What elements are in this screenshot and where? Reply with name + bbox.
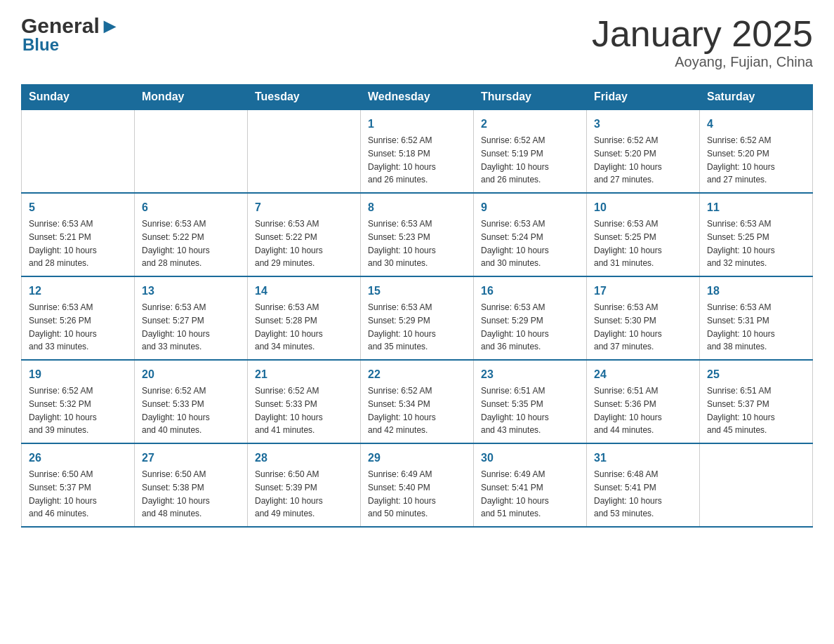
calendar-cell: 29Sunrise: 6:49 AM Sunset: 5:40 PM Dayli… [361, 443, 474, 527]
day-info: Sunrise: 6:52 AM Sunset: 5:32 PM Dayligh… [29, 386, 97, 435]
day-number: 16 [481, 283, 579, 300]
day-info: Sunrise: 6:53 AM Sunset: 5:30 PM Dayligh… [594, 302, 662, 351]
calendar-cell: 24Sunrise: 6:51 AM Sunset: 5:36 PM Dayli… [587, 360, 700, 443]
calendar-cell: 11Sunrise: 6:53 AM Sunset: 5:25 PM Dayli… [700, 193, 813, 276]
calendar-cell: 7Sunrise: 6:53 AM Sunset: 5:22 PM Daylig… [248, 193, 361, 276]
day-info: Sunrise: 6:50 AM Sunset: 5:37 PM Dayligh… [29, 469, 97, 518]
day-info: Sunrise: 6:53 AM Sunset: 5:28 PM Dayligh… [255, 302, 323, 351]
day-info: Sunrise: 6:53 AM Sunset: 5:25 PM Dayligh… [594, 219, 662, 268]
day-info: Sunrise: 6:52 AM Sunset: 5:33 PM Dayligh… [255, 386, 323, 435]
calendar-cell: 3Sunrise: 6:52 AM Sunset: 5:20 PM Daylig… [587, 109, 700, 193]
day-info: Sunrise: 6:53 AM Sunset: 5:29 PM Dayligh… [481, 302, 549, 351]
day-info: Sunrise: 6:53 AM Sunset: 5:22 PM Dayligh… [255, 219, 323, 268]
day-number: 28 [255, 450, 353, 467]
calendar-cell: 31Sunrise: 6:48 AM Sunset: 5:41 PM Dayli… [587, 443, 700, 527]
day-number: 17 [594, 283, 692, 300]
calendar-cell: 26Sunrise: 6:50 AM Sunset: 5:37 PM Dayli… [22, 443, 135, 527]
day-info: Sunrise: 6:53 AM Sunset: 5:31 PM Dayligh… [707, 302, 775, 351]
day-number: 8 [368, 199, 466, 216]
day-info: Sunrise: 6:51 AM Sunset: 5:35 PM Dayligh… [481, 386, 549, 435]
day-info: Sunrise: 6:53 AM Sunset: 5:26 PM Dayligh… [29, 302, 97, 351]
day-number: 1 [368, 116, 466, 133]
logo-general-blue: ► [100, 14, 121, 37]
day-number: 21 [255, 366, 353, 383]
day-info: Sunrise: 6:48 AM Sunset: 5:41 PM Dayligh… [594, 469, 662, 518]
day-info: Sunrise: 6:51 AM Sunset: 5:36 PM Dayligh… [594, 386, 662, 435]
calendar-cell [700, 443, 813, 527]
calendar-week-row: 5Sunrise: 6:53 AM Sunset: 5:21 PM Daylig… [22, 193, 813, 276]
day-info: Sunrise: 6:52 AM Sunset: 5:34 PM Dayligh… [368, 386, 436, 435]
day-number: 2 [481, 116, 579, 133]
day-number: 5 [29, 199, 127, 216]
calendar-cell [135, 109, 248, 193]
weekday-header-thursday: Thursday [474, 85, 587, 110]
weekday-header-friday: Friday [587, 85, 700, 110]
day-number: 9 [481, 199, 579, 216]
calendar-cell: 12Sunrise: 6:53 AM Sunset: 5:26 PM Dayli… [22, 276, 135, 360]
calendar-cell: 9Sunrise: 6:53 AM Sunset: 5:24 PM Daylig… [474, 193, 587, 276]
calendar-week-row: 26Sunrise: 6:50 AM Sunset: 5:37 PM Dayli… [22, 443, 813, 527]
day-info: Sunrise: 6:52 AM Sunset: 5:20 PM Dayligh… [707, 135, 775, 185]
day-number: 11 [707, 199, 805, 216]
logo-general-text: General► [21, 14, 120, 38]
title-block: January 2025 Aoyang, Fujian, China [592, 14, 813, 70]
logo: General► Blue [21, 14, 120, 55]
day-info: Sunrise: 6:53 AM Sunset: 5:24 PM Dayligh… [481, 219, 549, 268]
day-number: 31 [594, 450, 692, 467]
calendar-cell: 17Sunrise: 6:53 AM Sunset: 5:30 PM Dayli… [587, 276, 700, 360]
day-number: 29 [368, 450, 466, 467]
day-info: Sunrise: 6:49 AM Sunset: 5:40 PM Dayligh… [368, 469, 436, 518]
day-info: Sunrise: 6:53 AM Sunset: 5:22 PM Dayligh… [142, 219, 210, 268]
day-number: 10 [594, 199, 692, 216]
calendar-cell: 27Sunrise: 6:50 AM Sunset: 5:38 PM Dayli… [135, 443, 248, 527]
day-number: 26 [29, 450, 127, 467]
day-number: 13 [142, 283, 240, 300]
weekday-header-tuesday: Tuesday [248, 85, 361, 110]
day-number: 23 [481, 366, 579, 383]
day-info: Sunrise: 6:52 AM Sunset: 5:19 PM Dayligh… [481, 135, 549, 185]
calendar-cell: 23Sunrise: 6:51 AM Sunset: 5:35 PM Dayli… [474, 360, 587, 443]
calendar-cell: 13Sunrise: 6:53 AM Sunset: 5:27 PM Dayli… [135, 276, 248, 360]
calendar-week-row: 1Sunrise: 6:52 AM Sunset: 5:18 PM Daylig… [22, 109, 813, 193]
day-info: Sunrise: 6:52 AM Sunset: 5:33 PM Dayligh… [142, 386, 210, 435]
day-number: 3 [594, 116, 692, 133]
day-info: Sunrise: 6:53 AM Sunset: 5:29 PM Dayligh… [368, 302, 436, 351]
day-info: Sunrise: 6:53 AM Sunset: 5:25 PM Dayligh… [707, 219, 775, 268]
calendar-cell: 25Sunrise: 6:51 AM Sunset: 5:37 PM Dayli… [700, 360, 813, 443]
month-title: January 2025 [592, 14, 813, 54]
calendar-cell: 1Sunrise: 6:52 AM Sunset: 5:18 PM Daylig… [361, 109, 474, 193]
day-info: Sunrise: 6:51 AM Sunset: 5:37 PM Dayligh… [707, 386, 775, 435]
calendar-cell: 18Sunrise: 6:53 AM Sunset: 5:31 PM Dayli… [700, 276, 813, 360]
day-number: 6 [142, 199, 240, 216]
calendar-cell: 4Sunrise: 6:52 AM Sunset: 5:20 PM Daylig… [700, 109, 813, 193]
day-number: 24 [594, 366, 692, 383]
day-info: Sunrise: 6:52 AM Sunset: 5:20 PM Dayligh… [594, 135, 662, 185]
calendar-cell: 30Sunrise: 6:49 AM Sunset: 5:41 PM Dayli… [474, 443, 587, 527]
day-number: 30 [481, 450, 579, 467]
day-info: Sunrise: 6:50 AM Sunset: 5:39 PM Dayligh… [255, 469, 323, 518]
day-info: Sunrise: 6:50 AM Sunset: 5:38 PM Dayligh… [142, 469, 210, 518]
calendar-week-row: 19Sunrise: 6:52 AM Sunset: 5:32 PM Dayli… [22, 360, 813, 443]
weekday-header-sunday: Sunday [22, 85, 135, 110]
calendar-cell: 22Sunrise: 6:52 AM Sunset: 5:34 PM Dayli… [361, 360, 474, 443]
day-info: Sunrise: 6:53 AM Sunset: 5:21 PM Dayligh… [29, 219, 97, 268]
weekday-header-row: SundayMondayTuesdayWednesdayThursdayFrid… [22, 85, 813, 110]
calendar-cell: 21Sunrise: 6:52 AM Sunset: 5:33 PM Dayli… [248, 360, 361, 443]
weekday-header-saturday: Saturday [700, 85, 813, 110]
calendar-cell: 14Sunrise: 6:53 AM Sunset: 5:28 PM Dayli… [248, 276, 361, 360]
calendar-table: SundayMondayTuesdayWednesdayThursdayFrid… [21, 84, 813, 528]
calendar-cell: 19Sunrise: 6:52 AM Sunset: 5:32 PM Dayli… [22, 360, 135, 443]
day-number: 18 [707, 283, 805, 300]
day-info: Sunrise: 6:49 AM Sunset: 5:41 PM Dayligh… [481, 469, 549, 518]
weekday-header-monday: Monday [135, 85, 248, 110]
day-number: 25 [707, 366, 805, 383]
calendar-cell: 10Sunrise: 6:53 AM Sunset: 5:25 PM Dayli… [587, 193, 700, 276]
day-number: 4 [707, 116, 805, 133]
day-info: Sunrise: 6:53 AM Sunset: 5:23 PM Dayligh… [368, 219, 436, 268]
calendar-cell [248, 109, 361, 193]
day-info: Sunrise: 6:52 AM Sunset: 5:18 PM Dayligh… [368, 135, 436, 185]
calendar-cell: 20Sunrise: 6:52 AM Sunset: 5:33 PM Dayli… [135, 360, 248, 443]
calendar-cell: 6Sunrise: 6:53 AM Sunset: 5:22 PM Daylig… [135, 193, 248, 276]
day-number: 27 [142, 450, 240, 467]
calendar-cell: 15Sunrise: 6:53 AM Sunset: 5:29 PM Dayli… [361, 276, 474, 360]
